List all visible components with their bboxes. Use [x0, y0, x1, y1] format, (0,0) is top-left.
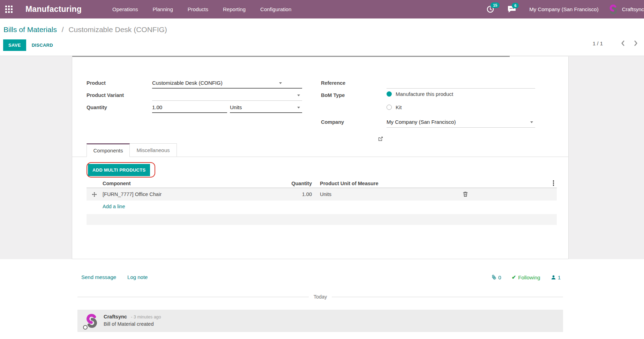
chatter-message: Craftsync - 3 minutes ago Bill of Materi…	[77, 310, 563, 332]
cell-component[interactable]: [FURN_7777] Office Chair	[102, 191, 237, 197]
cell-uom[interactable]: Units	[312, 191, 458, 197]
paperclip-icon	[490, 273, 498, 281]
components-table: Component Quantity Product Unit of Measu…	[87, 179, 557, 225]
bom-type-radio-kit[interactable]: Kit	[387, 104, 402, 110]
app-name[interactable]: Manufacturing	[25, 5, 82, 14]
control-panel: Bills of Materials / Customizable Desk (…	[0, 18, 644, 56]
date-divider: Today	[77, 294, 563, 300]
form-view-background: Product Customizable Desk (CONFIG) Produ…	[0, 56, 644, 259]
form-sheet: Product Customizable Desk (CONFIG) Produ…	[72, 56, 569, 259]
radio-selected-icon	[387, 91, 392, 97]
company-switcher[interactable]: My Company (San Francisco)	[529, 6, 598, 12]
followers-count: 1	[558, 274, 561, 280]
breadcrumb-separator: /	[62, 25, 64, 33]
breadcrumb-parent-link[interactable]: Bills of Materials	[3, 25, 57, 33]
chatter-topbar-right: 0 ✔ Following 1	[491, 274, 561, 280]
header-quantity[interactable]: Quantity	[237, 181, 312, 186]
log-note-button[interactable]: Log note	[127, 274, 148, 280]
pager-count: 1 / 1	[593, 40, 603, 46]
apps-grid-icon[interactable]	[5, 6, 13, 13]
delete-row-icon[interactable]	[458, 191, 472, 197]
product-field[interactable]: Customizable Desk (CONFIG)	[152, 77, 302, 89]
company-dropdown-caret-icon[interactable]	[530, 121, 533, 123]
pager-previous-icon[interactable]	[620, 40, 626, 46]
message-avatar	[84, 313, 100, 329]
table-row[interactable]: [FURN_7777] Office Chair 1.00 Units	[87, 188, 557, 201]
tab-miscellaneous[interactable]: Miscellaneous	[130, 143, 177, 157]
tab-components[interactable]: Components	[87, 143, 130, 157]
product-variant-field[interactable]	[152, 90, 302, 101]
optional-columns-icon[interactable]	[553, 180, 554, 186]
radio-manufacture-label: Manufacture this product	[396, 91, 453, 97]
add-line-row: Add a line	[87, 201, 557, 212]
reference-field[interactable]	[387, 77, 535, 89]
company-value: My Company (San Francisco)	[387, 119, 456, 125]
product-external-link-icon[interactable]	[378, 136, 383, 142]
add-a-line-link[interactable]: Add a line	[103, 204, 125, 209]
message-author[interactable]: Craftsync	[104, 314, 127, 319]
product-dropdown-caret-icon[interactable]	[279, 82, 282, 84]
record-pager: 1 / 1	[593, 40, 638, 46]
user-name: Craftsync	[622, 6, 644, 12]
message-header: Craftsync - 3 minutes ago	[104, 314, 161, 320]
activities-badge: 15	[491, 2, 500, 8]
quantity-label: Quantity	[87, 102, 107, 113]
user-avatar	[608, 4, 619, 15]
top-navbar: Manufacturing Operations Planning Produc…	[0, 0, 644, 18]
quantity-field[interactable]: 1.00	[152, 102, 227, 113]
radio-unselected-icon	[387, 105, 392, 110]
messages-badge: 6	[512, 3, 519, 8]
uom-dropdown-caret-icon[interactable]	[297, 107, 300, 108]
drag-handle-icon[interactable]	[87, 192, 102, 197]
uom-field[interactable]: Units	[230, 102, 302, 113]
nav-menu-operations[interactable]: Operations	[112, 6, 138, 12]
person-icon	[551, 275, 556, 280]
header-uom[interactable]: Product Unit of Measure	[312, 181, 458, 186]
variant-dropdown-caret-icon[interactable]	[297, 95, 300, 96]
attachments-count: 0	[498, 274, 501, 280]
pager-next-icon[interactable]	[633, 40, 638, 46]
following-label: Following	[518, 274, 540, 280]
header-component[interactable]: Component	[102, 181, 237, 186]
company-field[interactable]: My Company (San Francisco)	[387, 116, 535, 128]
check-icon: ✔	[512, 274, 516, 280]
breadcrumb-current: Customizable Desk (CONFIG)	[68, 25, 167, 33]
activities-button[interactable]: 15	[486, 5, 494, 13]
following-button[interactable]: ✔ Following	[512, 274, 540, 280]
tab-miscellaneous-label: Miscellaneous	[136, 147, 170, 153]
add-multi-products-button[interactable]: ADD MULTI PRODUCTS	[88, 164, 150, 176]
reference-label: Reference	[321, 77, 345, 89]
discard-button[interactable]: DISCARD	[32, 43, 53, 48]
nav-menu-configuration[interactable]: Configuration	[260, 6, 291, 12]
bom-type-radio-manufacture[interactable]: Manufacture this product	[387, 91, 453, 97]
main-menu: Operations Planning Products Reporting C…	[112, 6, 291, 12]
breadcrumb: Bills of Materials / Customizable Desk (…	[3, 25, 167, 34]
chatter-actions: Send message Log note	[81, 274, 148, 280]
message-timestamp: - 3 minutes ago	[131, 315, 161, 319]
empty-table-row	[87, 214, 557, 225]
save-button[interactable]: SAVE	[3, 39, 26, 51]
navbar-right: 15 6 My Company (San Francisco) Craftsyn…	[486, 4, 644, 15]
horizontal-scrollbar[interactable]	[72, 56, 510, 57]
nav-menu-reporting[interactable]: Reporting	[223, 6, 246, 12]
attachments-button[interactable]: 0	[491, 274, 501, 280]
product-variant-label: Product Variant	[87, 90, 124, 101]
followers-button[interactable]: 1	[551, 274, 561, 280]
tab-components-label: Components	[93, 148, 123, 153]
messages-button[interactable]: 6	[508, 6, 516, 13]
product-value: Customizable Desk (CONFIG)	[152, 80, 223, 86]
date-divider-label: Today	[309, 294, 332, 300]
product-label: Product	[87, 77, 106, 89]
send-message-button[interactable]: Send message	[81, 274, 116, 280]
radio-kit-label: Kit	[396, 104, 402, 110]
quantity-value: 1.00	[152, 104, 162, 110]
form-buttons: SAVE DISCARD	[3, 39, 53, 51]
chatter: Send message Log note 0 ✔ Following 1 To…	[0, 259, 644, 339]
nav-menu-products[interactable]: Products	[188, 6, 208, 12]
user-menu[interactable]: Craftsync	[608, 4, 644, 15]
cell-quantity[interactable]: 1.00	[237, 191, 312, 197]
nav-menu-planning[interactable]: Planning	[152, 6, 173, 12]
avatar-status-icon	[83, 325, 88, 330]
company-label: Company	[321, 116, 344, 128]
message-body: Bill of Material created	[104, 321, 153, 327]
